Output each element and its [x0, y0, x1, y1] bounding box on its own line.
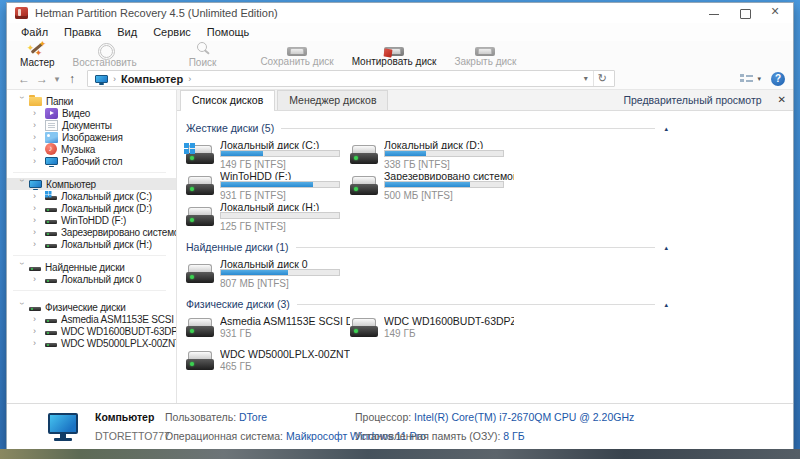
tab-active[interactable]: Список дисков: [180, 90, 275, 110]
disk-item[interactable]: Локальный диск (D:)338 ГБ [NTFS]: [350, 139, 514, 170]
toolbar-button[interactable]: Восстановить: [64, 41, 146, 68]
chevron-collapsed-icon[interactable]: ›: [33, 314, 43, 324]
disk-item[interactable]: WDC WD1600BUDT-63DPZY0149 ГБ: [350, 315, 514, 341]
minimize-button[interactable]: [709, 8, 719, 18]
preview-panel-label[interactable]: Предварительный просмотр: [623, 94, 761, 106]
disk-item[interactable]: Asmedia ASM1153E SCSI Disk Device931 ГБ: [186, 315, 350, 341]
tree-item[interactable]: ›Видео: [7, 107, 176, 119]
menu-item[interactable]: Сервис: [145, 23, 199, 41]
tree-group-header[interactable]: ›Физические диски: [7, 301, 176, 313]
tree-item[interactable]: ›WDC WD1600BUDT-63DPZY0: [7, 325, 176, 337]
chevron-expanded-icon[interactable]: ›: [17, 302, 27, 312]
breadcrumb-location[interactable]: Компьютер: [121, 73, 183, 85]
tree-item[interactable]: ›Музыка: [7, 143, 176, 155]
tree-item-label: WinToHDD (F:): [61, 215, 126, 226]
status-field: Операционная система: Майкрософт Windows…: [165, 430, 355, 443]
menu-item[interactable]: Помощь: [199, 23, 258, 41]
history-dropdown-icon[interactable]: ▾: [51, 71, 63, 87]
tree-group-header[interactable]: ›Компьютер: [7, 178, 176, 190]
chevron-collapsed-icon[interactable]: ›: [33, 338, 43, 348]
tree-item[interactable]: ›WinToHDD (F:): [7, 214, 176, 226]
disk-size: 931 ГБ: [220, 328, 350, 339]
tree-item[interactable]: ›Локальный диск (H:): [7, 238, 176, 250]
disk-icon: [45, 208, 57, 212]
chevron-collapsed-icon[interactable]: ›: [33, 215, 43, 225]
toolbar-button[interactable]: Мастер: [11, 41, 64, 68]
collapse-icon[interactable]: ▴: [664, 244, 668, 251]
toolbar-button[interactable]: Сохранить диск: [251, 41, 342, 67]
chevron-collapsed-icon[interactable]: ›: [33, 203, 43, 213]
toolbar-button-label: Закрыть диск: [454, 57, 516, 67]
collapse-icon[interactable]: ▴: [664, 301, 668, 308]
hdd-icon: [186, 145, 214, 164]
chevron-expanded-icon[interactable]: ›: [17, 262, 27, 272]
chevron-collapsed-icon[interactable]: ›: [33, 144, 43, 154]
collapse-icon[interactable]: ▴: [664, 125, 668, 132]
chevron-expanded-icon[interactable]: ›: [17, 179, 27, 189]
section-header[interactable]: Найденные диски (1)▴: [186, 241, 668, 253]
chevron-collapsed-icon[interactable]: ›: [33, 191, 43, 201]
tree-item[interactable]: ›Локальный диск (C:): [7, 190, 176, 202]
hdd-icon: [186, 351, 214, 370]
chevron-collapsed-icon[interactable]: ›: [33, 227, 43, 237]
toolbar-button[interactable]: Монтировать диск: [343, 41, 446, 67]
forward-icon[interactable]: →: [33, 71, 51, 87]
up-icon[interactable]: ↑: [63, 71, 81, 87]
disk-item[interactable]: Локальный диск (C:)149 ГБ [NTFS]: [186, 139, 350, 170]
tree-item[interactable]: ›Изображения: [7, 131, 176, 143]
tab-bar: Список дисковМенеджер дисков Предварител…: [177, 90, 793, 111]
section-header[interactable]: Жесткие диски (5)▴: [186, 122, 668, 134]
tree-group-header[interactable]: ›Найденные диски: [7, 261, 176, 273]
breadcrumb[interactable]: › Компьютер › ▾ ↻: [87, 70, 615, 87]
tree-item[interactable]: ›WDC WD5000LPLX-00ZNTT0: [7, 337, 176, 349]
tree-item[interactable]: ›Документы: [7, 119, 176, 131]
back-icon[interactable]: ←: [15, 71, 33, 87]
disk-icon: [45, 220, 57, 224]
menu-item[interactable]: Правка: [56, 23, 109, 41]
help-icon[interactable]: ?: [771, 72, 785, 86]
tree-item[interactable]: ›Зарезервировано системой (G:): [7, 226, 176, 238]
disk-size: 465 ГБ: [220, 361, 350, 372]
chevron-collapsed-icon[interactable]: ›: [33, 120, 43, 130]
close-button[interactable]: [771, 8, 781, 18]
breadcrumb-separator: ›: [108, 74, 121, 84]
refresh-icon[interactable]: ↻: [593, 71, 611, 86]
disk-item[interactable]: Локальный диск 0807 МБ [NTFS]: [186, 258, 350, 289]
disk-size: 149 ГБ [NTFS]: [220, 159, 340, 170]
disk-item[interactable]: Локальный диск (H:)125 ГБ [NTFS]: [186, 201, 350, 232]
preview-close-icon[interactable]: ✕: [778, 95, 786, 105]
chevron-collapsed-icon[interactable]: ›: [33, 132, 43, 142]
address-dropdown-icon[interactable]: ▾: [579, 74, 593, 83]
chevron-expanded-icon[interactable]: ›: [17, 96, 27, 106]
chevron-collapsed-icon[interactable]: ›: [33, 239, 43, 249]
menu-item[interactable]: Вид: [109, 23, 145, 41]
menu-item[interactable]: Файл: [13, 23, 56, 41]
section-header[interactable]: Физические диски (3)▴: [186, 298, 668, 310]
view-options-button[interactable]: ▾: [740, 73, 761, 84]
hdd-icon: [186, 207, 214, 226]
maximize-button[interactable]: [740, 8, 750, 18]
status-field: Пользователь: DTore: [165, 411, 355, 424]
tree-item[interactable]: ›Рабочий стол: [7, 155, 176, 167]
toolbar-button[interactable]: Закрыть диск: [445, 41, 525, 67]
disk-item[interactable]: WinToHDD (F:)931 ГБ [NTFS]: [186, 170, 350, 201]
chevron-collapsed-icon[interactable]: ›: [33, 108, 43, 118]
tree-group-header[interactable]: ›Папки: [7, 95, 176, 107]
tree-item-label: Зарезервировано системой (G:): [61, 227, 176, 238]
disk-list: Жесткие диски (5)▴Локальный диск (C:)149…: [177, 111, 793, 403]
tree-item[interactable]: ›Asmedia ASM1153E SCSI Disk Device: [7, 313, 176, 325]
chevron-collapsed-icon[interactable]: ›: [33, 326, 43, 336]
chevron-down-icon: ▾: [757, 75, 761, 83]
tree-item-label: Документы: [62, 120, 112, 131]
chevron-collapsed-icon[interactable]: ›: [33, 156, 43, 166]
toolbar-button[interactable]: Поиск: [180, 41, 226, 68]
disk-icon: [45, 232, 57, 236]
disk-usage-bar: [220, 212, 340, 219]
disk-usage-bar: [220, 181, 340, 188]
disk-item[interactable]: Зарезервировано системой (G:)500 МБ [NTF…: [350, 170, 514, 201]
tree-item[interactable]: ›Локальный диск 0: [7, 273, 176, 285]
tree-item[interactable]: ›Локальный диск (D:): [7, 202, 176, 214]
tab-inactive[interactable]: Менеджер дисков: [277, 90, 388, 110]
disk-item[interactable]: WDC WD5000LPLX-00ZNTT0465 ГБ: [186, 348, 350, 374]
chevron-collapsed-icon[interactable]: ›: [33, 274, 43, 284]
